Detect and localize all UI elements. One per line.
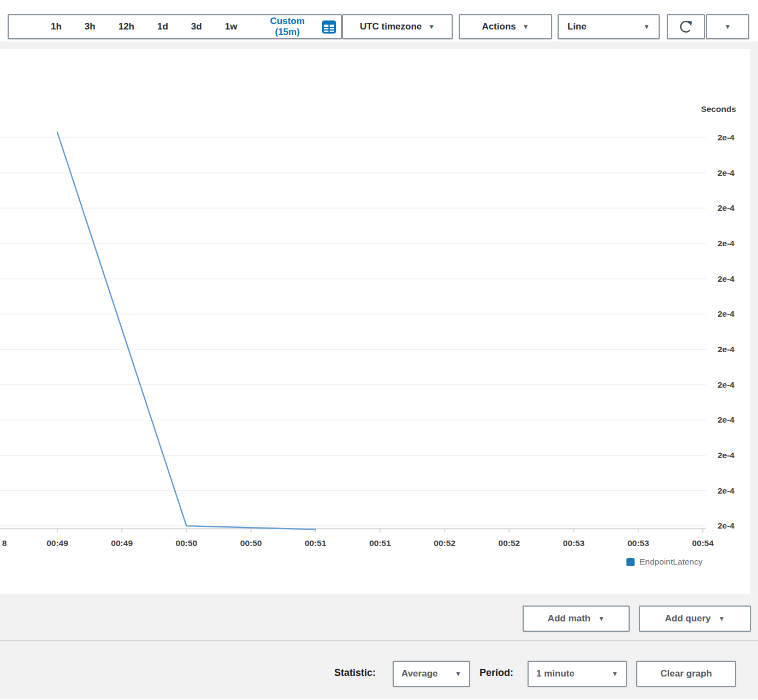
add-math-dropdown[interactable]: Add math ▼ — [523, 606, 630, 632]
calendar-icon — [322, 20, 336, 34]
timezone-label: UTC timezone — [360, 21, 422, 32]
y-axis-tick-label: 2e-4 — [685, 202, 735, 214]
custom-range-label: Custom (15m) — [258, 16, 316, 38]
actions-dropdown[interactable]: Actions ▼ — [459, 14, 552, 39]
y-axis-tick-label: 2e-4 — [685, 414, 735, 426]
chevron-down-icon: ▼ — [523, 23, 529, 30]
time-range-3d[interactable]: 3d — [180, 21, 214, 32]
period-label: Period: — [479, 667, 513, 679]
chevron-down-icon: ▼ — [725, 23, 731, 30]
x-axis-tick-label: 00:51 — [294, 537, 337, 549]
time-range-custom-button[interactable]: Custom (15m) — [248, 16, 341, 38]
series-line-endpointlatency[interactable] — [57, 132, 316, 529]
statistic-label: Statistic: — [334, 667, 376, 679]
chart-type-select[interactable]: Line ▼ — [558, 14, 660, 39]
period-select[interactable]: 1 minute ▼ — [528, 661, 627, 687]
y-axis-tick-label: 2e-4 — [685, 238, 735, 250]
y-axis-unit-label: Seconds — [627, 104, 736, 114]
chevron-down-icon: ▼ — [643, 23, 650, 30]
legend-color-swatch — [626, 558, 635, 566]
add-query-dropdown[interactable]: Add query ▼ — [639, 606, 751, 632]
legend[interactable]: EndpointLatency — [626, 557, 702, 567]
y-axis-tick-label: 2e-4 — [685, 520, 735, 532]
y-axis-tick-label: 2e-4 — [685, 379, 735, 391]
chart-right-margin — [750, 49, 758, 594]
actions-label: Actions — [482, 21, 516, 32]
x-axis-tick-label: 00:52 — [487, 537, 531, 549]
y-axis-tick-label: 2e-4 — [685, 132, 735, 144]
cloudwatch-metric-widget: 1h 3h 12h 1d 3d 1w Custom (15m) — [0, 0, 758, 700]
legend-series-label: EndpointLatency — [639, 557, 702, 567]
x-axis-tick-label: 00:49 — [35, 537, 79, 549]
time-range-1h[interactable]: 1h — [39, 21, 73, 32]
y-axis-tick-label: 2e-4 — [685, 167, 735, 179]
time-range-1d[interactable]: 1d — [146, 21, 180, 32]
clear-graph-button[interactable]: Clear graph — [636, 661, 736, 687]
y-axis-tick-label: 2e-4 — [685, 485, 735, 497]
time-range-12h[interactable]: 12h — [107, 21, 146, 32]
y-axis-tick-label: 2e-4 — [685, 449, 735, 461]
y-axis-tick-label: 2e-4 — [685, 273, 735, 285]
refresh-button[interactable] — [667, 14, 705, 39]
x-axis-tick-label: 00:53 — [617, 537, 660, 549]
chevron-down-icon: ▼ — [455, 671, 461, 677]
x-axis-tick-label: 00:50 — [164, 537, 208, 549]
period-value: 1 minute — [536, 668, 575, 679]
chevron-down-icon: ▼ — [612, 671, 618, 677]
chart-type-value: Line — [567, 21, 587, 32]
add-query-label: Add query — [665, 613, 711, 624]
time-range-3h[interactable]: 3h — [73, 21, 107, 32]
chart-plot-area[interactable] — [0, 49, 758, 594]
chevron-down-icon: ▼ — [719, 615, 725, 622]
add-math-label: Add math — [548, 613, 590, 624]
clear-graph-label: Clear graph — [660, 668, 712, 679]
refresh-icon — [678, 19, 694, 35]
refresh-options-dropdown[interactable]: ▼ — [706, 14, 749, 39]
x-axis-tick-label: 00:53 — [552, 537, 596, 549]
timezone-dropdown[interactable]: UTC timezone ▼ — [342, 14, 453, 39]
y-axis-tick-label: 2e-4 — [685, 308, 735, 320]
chevron-down-icon: ▼ — [428, 23, 435, 30]
x-axis-tick-label: 00:49 — [100, 537, 144, 549]
time-range-1w[interactable]: 1w — [214, 21, 249, 32]
x-axis-tick-label: 00:52 — [423, 537, 466, 549]
statistic-value: Average — [401, 668, 437, 679]
x-axis-tick-label: 8 — [0, 537, 26, 549]
chart-area: Seconds EndpointLatency 2e-42e-42e-42e-4… — [0, 49, 758, 594]
x-axis-tick-label: 00:50 — [229, 537, 273, 549]
statistic-select[interactable]: Average ▼ — [393, 661, 470, 687]
x-axis-tick-label: 00:51 — [358, 537, 402, 549]
chevron-down-icon: ▼ — [598, 615, 605, 622]
toolbar-chart-separator — [0, 41, 758, 49]
time-range-group: 1h 3h 12h 1d 3d 1w Custom (15m) — [8, 14, 342, 39]
x-axis-tick-label: 00:54 — [681, 537, 725, 549]
y-axis-tick-label: 2e-4 — [685, 343, 735, 355]
